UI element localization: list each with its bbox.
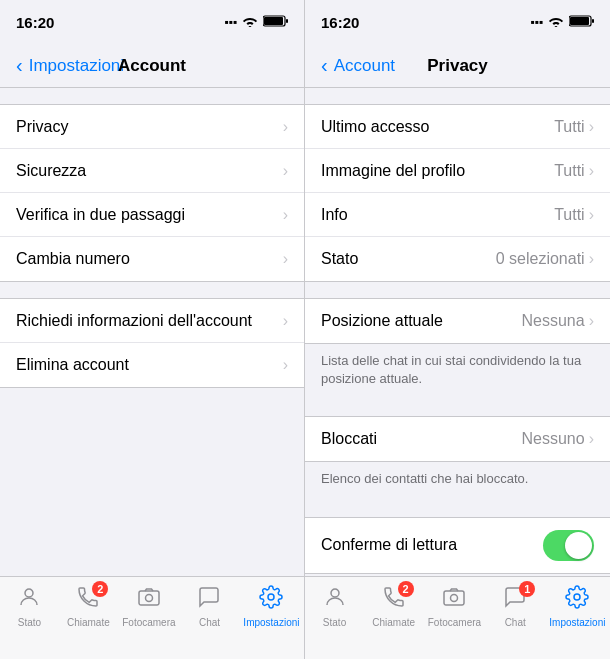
left-cambia-chevron: › [283,250,288,268]
left-chiamate-label: Chiamate [67,617,110,628]
right-chiamate-icon: 2 [382,585,406,615]
right-section-2: Posizione attuale Nessuna › [305,298,610,344]
right-bloccati-chevron: › [589,430,594,448]
right-info-chevron: › [589,206,594,224]
left-tab-chiamate[interactable]: 2 Chiamate [63,585,113,628]
left-menu-cambia[interactable]: Cambia numero › [0,237,304,281]
left-chat-icon [197,585,221,615]
right-immagine-right: Tutti › [554,162,594,180]
right-posizione-chevron: › [589,312,594,330]
right-section-1: Ultimo accesso Tutti › Immagine del prof… [305,104,610,282]
left-sicurezza-right: › [283,162,288,180]
left-elimina-chevron: › [283,356,288,374]
right-stato-value: 0 selezionati [496,250,585,268]
right-posizione-label: Posizione attuale [321,312,443,330]
left-content: Privacy › Sicurezza › Verifica in due pa… [0,88,304,576]
right-posizione-right: Nessuna › [522,312,594,330]
svg-rect-10 [444,591,464,605]
right-signal-icon: ▪▪▪ [530,15,543,29]
left-menu-privacy[interactable]: Privacy › [0,105,304,149]
left-richiedi-chevron: › [283,312,288,330]
right-stato-chevron: › [589,250,594,268]
left-cambia-label: Cambia numero [16,250,130,268]
right-nav-title: Privacy [427,56,488,76]
right-chat-badge: 1 [519,581,535,597]
right-menu-info[interactable]: Info Tutti › [305,193,610,237]
svg-rect-2 [286,19,288,23]
left-richiedi-label: Richiedi informazioni dell'account [16,312,252,330]
left-tab-chat[interactable]: Chat [184,585,234,628]
right-bloccati-value: Nessuno [522,430,585,448]
left-verifica-chevron: › [283,206,288,224]
left-status-icons: ▪▪▪ [224,15,288,30]
right-stato-icon [323,585,347,615]
right-section-4: Conferme di lettura [305,517,610,574]
right-status-icons: ▪▪▪ [530,15,594,30]
right-stato-label: Stato [323,617,346,628]
right-bloccati-desc: Elenco dei contatti che hai bloccato. [305,462,610,500]
svg-rect-8 [592,19,594,23]
svg-point-3 [25,589,33,597]
right-info-value: Tutti [554,206,585,224]
right-tab-bar: Stato 2 Chiamate Fotocamera 1 Chat [305,576,610,659]
right-content: Ultimo accesso Tutti › Immagine del prof… [305,88,610,576]
left-privacy-chevron: › [283,118,288,136]
right-fotocamera-label: Fotocamera [428,617,481,628]
right-panel: 16:20 ▪▪▪ ‹ Account Privacy Ultimo acces… [305,0,610,659]
right-back-button[interactable]: ‹ Account [321,54,395,77]
right-status-bar: 16:20 ▪▪▪ [305,0,610,44]
left-section-1: Privacy › Sicurezza › Verifica in due pa… [0,104,304,282]
right-menu-posizione[interactable]: Posizione attuale Nessuna › [305,299,610,343]
right-menu-bloccati[interactable]: Bloccati Nessuno › [305,417,610,461]
left-menu-elimina[interactable]: Elimina account › [0,343,304,387]
right-ultimo-chevron: › [589,118,594,136]
right-conferme-label: Conferme di lettura [321,536,457,554]
svg-point-11 [451,595,458,602]
right-chat-icon: 1 [503,585,527,615]
left-panel: 16:20 ▪▪▪ ‹ Impostazioni Account Privacy… [0,0,305,659]
left-verifica-label: Verifica in due passaggi [16,206,185,224]
left-privacy-label: Privacy [16,118,68,136]
left-verifica-right: › [283,206,288,224]
left-menu-richiedi[interactable]: Richiedi informazioni dell'account › [0,299,304,343]
left-cambia-right: › [283,250,288,268]
right-tab-fotocamera[interactable]: Fotocamera [428,585,481,628]
left-fotocamera-label: Fotocamera [122,617,175,628]
right-conferme-toggle[interactable] [543,530,594,561]
left-back-label: Impostazioni [29,56,124,76]
left-elimina-right: › [283,356,288,374]
svg-rect-4 [139,591,159,605]
right-time: 16:20 [321,14,359,31]
right-tab-chat[interactable]: 1 Chat [490,585,540,628]
left-status-bar: 16:20 ▪▪▪ [0,0,304,44]
right-stato-label: Stato [321,250,358,268]
left-tab-fotocamera[interactable]: Fotocamera [122,585,175,628]
right-menu-immagine[interactable]: Immagine del profilo Tutti › [305,149,610,193]
left-tab-impostazioni[interactable]: Impostazioni [243,585,299,628]
right-back-chevron: ‹ [321,54,328,77]
right-tab-chiamate[interactable]: 2 Chiamate [369,585,419,628]
svg-rect-7 [570,17,589,25]
right-menu-ultimo[interactable]: Ultimo accesso Tutti › [305,105,610,149]
right-battery-icon [569,15,594,30]
right-ultimo-label: Ultimo accesso [321,118,429,136]
right-menu-conferme[interactable]: Conferme di lettura [305,518,610,573]
right-immagine-value: Tutti [554,162,585,180]
left-menu-verifica[interactable]: Verifica in due passaggi › [0,193,304,237]
right-info-label: Info [321,206,348,224]
right-posizione-value: Nessuna [522,312,585,330]
left-back-button[interactable]: ‹ Impostazioni [16,54,124,77]
right-chat-label: Chat [505,617,526,628]
svg-point-5 [145,595,152,602]
svg-point-9 [331,589,339,597]
right-tab-impostazioni[interactable]: Impostazioni [549,585,605,628]
right-tab-stato[interactable]: Stato [310,585,360,628]
right-menu-stato[interactable]: Stato 0 selezionati › [305,237,610,281]
left-menu-sicurezza[interactable]: Sicurezza › [0,149,304,193]
left-stato-icon [17,585,41,615]
left-tab-stato[interactable]: Stato [4,585,54,628]
right-back-label: Account [334,56,395,76]
left-elimina-label: Elimina account [16,356,129,374]
left-impostazioni-label: Impostazioni [243,617,299,628]
left-fotocamera-icon [137,585,161,615]
